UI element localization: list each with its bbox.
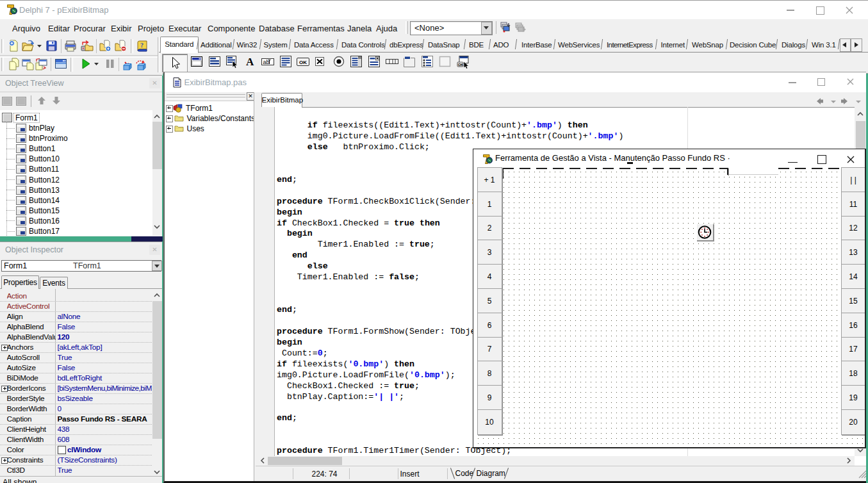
svg-text:A: A	[246, 56, 254, 68]
svg-text:OK: OK	[458, 63, 463, 67]
svg-text:?: ?	[140, 42, 143, 49]
svg-text:OK: OK	[299, 60, 307, 65]
